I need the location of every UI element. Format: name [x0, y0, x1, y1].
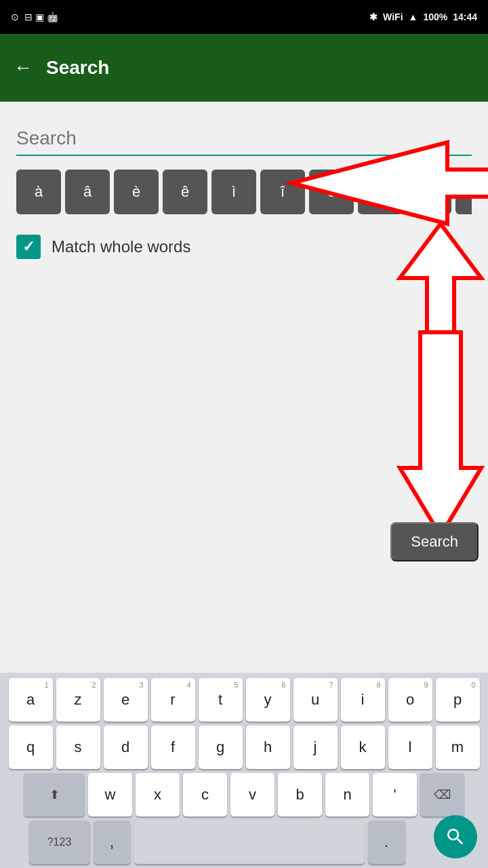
- back-button[interactable]: ←: [14, 57, 33, 79]
- wifi-icon: WiFi: [383, 12, 403, 22]
- match-whole-words-label: Match whole words: [52, 237, 190, 256]
- key-k[interactable]: k: [341, 726, 385, 769]
- status-bar: ⊙ ⊟ ▣ 🤖 ✱ WiFi ▲ 100% 14:44: [0, 0, 488, 34]
- shift-key[interactable]: ⬆: [24, 773, 85, 816]
- status-left: ⊙ ⊟ ▣ 🤖: [11, 12, 58, 22]
- key-c[interactable]: c: [183, 773, 227, 816]
- match-words-row: Match whole words: [16, 235, 472, 259]
- key-f[interactable]: f: [151, 726, 195, 769]
- bluetooth-icon: ✱: [369, 12, 378, 22]
- search-fab-icon: [445, 826, 466, 848]
- app-icon: ⊙: [11, 12, 19, 22]
- key-i[interactable]: 8i: [341, 678, 385, 722]
- key-g[interactable]: g: [199, 726, 243, 769]
- char-btn-u-circ[interactable]: û: [455, 170, 472, 214]
- svg-marker-2: [400, 332, 481, 536]
- char-btn-e-grave[interactable]: è: [114, 170, 159, 214]
- key-x[interactable]: x: [136, 773, 180, 816]
- status-right: ✱ WiFi ▲ 100% 14:44: [369, 12, 477, 22]
- key-m[interactable]: m: [436, 726, 480, 769]
- search-input-container: [16, 122, 472, 156]
- key-s[interactable]: s: [56, 726, 100, 769]
- char-btn-o-circ[interactable]: ô: [358, 170, 403, 214]
- keyboard-row-3: ⬆ w x c v b n ' ⌫: [3, 773, 485, 816]
- keyboard-row-2: q s d f g h j k l m: [3, 726, 485, 769]
- search-input[interactable]: [16, 122, 472, 156]
- keyboard: 1a 2z 3e 4r 5t 6y 7u 8i 9o 0p q s: [0, 673, 488, 868]
- key-v[interactable]: v: [230, 773, 274, 816]
- battery: 100%: [423, 12, 447, 22]
- signal-icon: ▲: [409, 12, 418, 22]
- key-o[interactable]: 9o: [388, 678, 432, 722]
- key-j[interactable]: j: [293, 726, 338, 769]
- key-z[interactable]: 2z: [56, 678, 100, 722]
- key-y[interactable]: 6y: [246, 678, 290, 722]
- char-btn-i-grave[interactable]: ì: [211, 170, 256, 214]
- key-p[interactable]: 0p: [436, 678, 480, 722]
- key-apostrophe[interactable]: ': [373, 773, 417, 816]
- space-key[interactable]: [134, 821, 365, 864]
- char-btn-i-circ[interactable]: î: [260, 170, 305, 214]
- key-d[interactable]: d: [104, 726, 148, 769]
- numbers-key[interactable]: ?123: [29, 821, 90, 864]
- search-button[interactable]: Search: [390, 522, 479, 561]
- search-fab[interactable]: [434, 815, 477, 859]
- delete-key[interactable]: ⌫: [420, 773, 464, 816]
- main-content: à â è ê ì î ò ô ù û Match whole words: [0, 102, 488, 259]
- app-bar: ← Search: [0, 34, 488, 102]
- key-e[interactable]: 3e: [104, 678, 148, 722]
- match-whole-words-checkbox[interactable]: [16, 235, 41, 259]
- key-l[interactable]: l: [388, 726, 432, 769]
- key-w[interactable]: w: [88, 773, 132, 816]
- key-h[interactable]: h: [246, 726, 290, 769]
- char-btn-o-grave[interactable]: ò: [309, 170, 354, 214]
- key-u[interactable]: 7u: [293, 678, 338, 722]
- char-btn-u-grave[interactable]: ù: [407, 170, 451, 214]
- time: 14:44: [453, 12, 477, 22]
- key-n[interactable]: n: [325, 773, 369, 816]
- period-key[interactable]: .: [368, 821, 405, 864]
- app-bar-title: Search: [46, 57, 109, 79]
- comma-key[interactable]: ,: [94, 821, 131, 864]
- keyboard-row-1: 1a 2z 3e 4r 5t 6y 7u 8i 9o 0p: [3, 678, 485, 722]
- special-chars-row: à â è ê ì î ò ô ù û: [16, 170, 472, 214]
- key-q[interactable]: q: [9, 726, 53, 769]
- key-t[interactable]: 5t: [199, 678, 243, 722]
- key-b[interactable]: b: [278, 773, 322, 816]
- key-r[interactable]: 4r: [151, 678, 195, 722]
- keyboard-bottom-row: ?123 , .: [3, 821, 485, 864]
- char-btn-a-grave[interactable]: à: [16, 170, 61, 214]
- notification-icons: ⊟ ▣ 🤖: [24, 12, 58, 22]
- key-a[interactable]: 1a: [9, 678, 53, 722]
- char-btn-e-circ[interactable]: ê: [163, 170, 207, 214]
- char-btn-a-circ[interactable]: â: [65, 170, 110, 214]
